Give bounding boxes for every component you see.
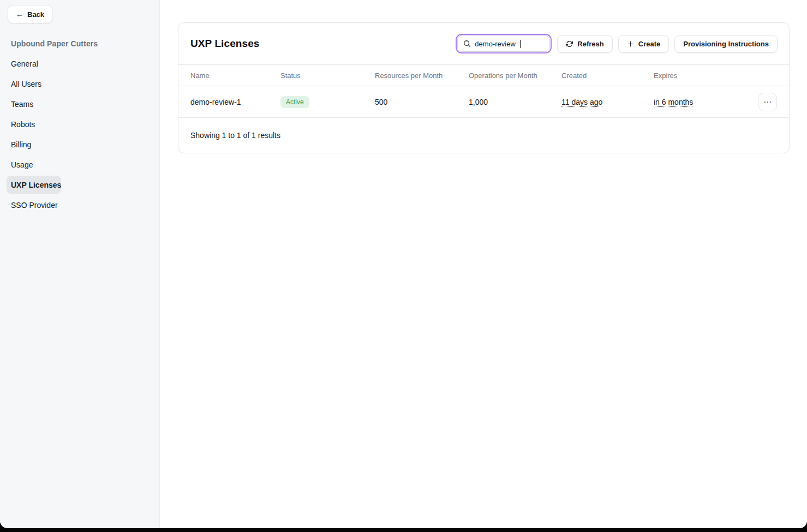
page-title: UXP Licenses (190, 38, 260, 50)
create-button[interactable]: Create (618, 35, 669, 53)
row-actions-button[interactable]: ⋯ (758, 93, 777, 111)
refresh-button[interactable]: Refresh (557, 35, 612, 53)
create-button-label: Create (638, 40, 660, 48)
results-count: Showing 1 to 1 of 1 results (190, 131, 280, 140)
license-created[interactable]: 11 days ago (561, 98, 654, 106)
license-status-cell: Active (280, 96, 375, 108)
license-name: demo-review-1 (190, 98, 280, 106)
column-header-expires: Expires (654, 71, 749, 80)
provisioning-instructions-button[interactable]: Provisioning Instructions (674, 35, 778, 53)
column-header-operations: Operations per Month (469, 71, 561, 80)
sidebar-item-general[interactable]: General (7, 55, 38, 73)
sidebar-item-all-users[interactable]: All Users (7, 75, 41, 93)
sidebar-item-sso-provider[interactable]: SSO Provider (7, 196, 58, 214)
license-expires[interactable]: in 6 months (654, 98, 749, 106)
column-header-name: Name (190, 71, 280, 80)
table-header-row: Name Status Resources per Month Operatio… (178, 64, 789, 86)
license-resources: 500 (375, 98, 469, 106)
table-footer: Showing 1 to 1 of 1 results (178, 118, 789, 153)
app-window: ← Back Upbound Paper Cutters General All… (0, 0, 807, 528)
search-icon (463, 40, 471, 47)
sidebar-item-usage[interactable]: Usage (7, 156, 33, 174)
sidebar-item-billing[interactable]: Billing (7, 135, 31, 153)
main-content: UXP Licenses demo-review (160, 0, 807, 528)
search-input-value: demo-review (475, 40, 515, 48)
back-button[interactable]: ← Back (8, 5, 52, 23)
table-row: demo-review-1 Active 500 1,000 11 days a… (178, 86, 789, 118)
sidebar: ← Back Upbound Paper Cutters General All… (0, 0, 160, 528)
back-button-label: Back (27, 10, 44, 19)
plus-icon (627, 40, 634, 47)
column-header-resources: Resources per Month (375, 71, 469, 80)
search-input[interactable]: demo-review (456, 34, 552, 53)
status-badge: Active (280, 96, 309, 108)
provisioning-instructions-label: Provisioning Instructions (683, 40, 769, 48)
arrow-left-icon: ← (16, 10, 23, 18)
column-header-status: Status (280, 71, 375, 80)
license-operations: 1,000 (469, 98, 561, 106)
ellipsis-icon: ⋯ (763, 97, 772, 107)
licenses-card: UXP Licenses demo-review (178, 22, 790, 153)
column-header-created: Created (561, 71, 654, 80)
row-actions-cell: ⋯ (749, 93, 777, 111)
card-header: UXP Licenses demo-review (178, 23, 789, 64)
org-name: Upbound Paper Cutters (0, 39, 98, 48)
sidebar-nav: Upbound Paper Cutters General All Users … (0, 33, 159, 215)
toolbar: demo-review Refresh (456, 34, 778, 53)
screen: ← Back Upbound Paper Cutters General All… (0, 0, 807, 532)
sidebar-item-robots[interactable]: Robots (7, 115, 35, 133)
refresh-icon (566, 40, 573, 47)
refresh-button-label: Refresh (577, 40, 603, 48)
text-caret (520, 40, 521, 48)
sidebar-item-teams[interactable]: Teams (7, 95, 33, 113)
sidebar-item-uxp-licenses[interactable]: UXP Licenses (7, 176, 61, 194)
